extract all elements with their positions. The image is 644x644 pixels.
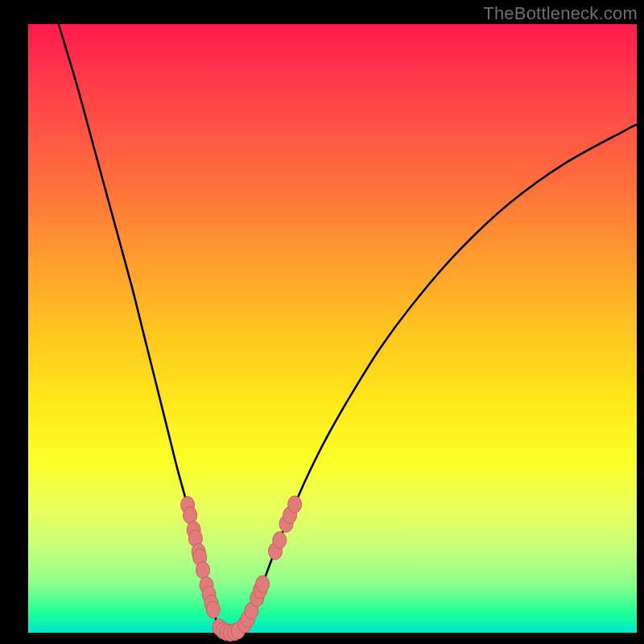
watermark-text: TheBottleneck.com [483, 3, 638, 24]
plot-area [28, 24, 637, 633]
outer-frame: TheBottleneck.com [0, 0, 644, 644]
